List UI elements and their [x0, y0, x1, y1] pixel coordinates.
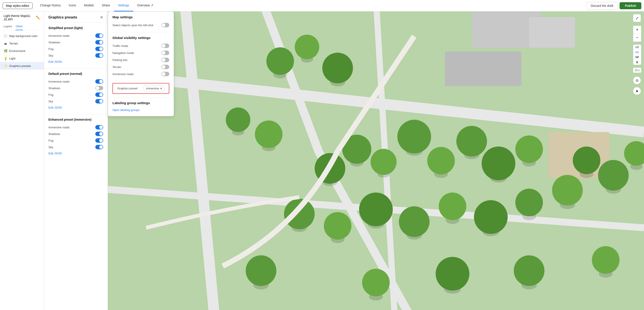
zoom-out-button[interactable]: − [633, 34, 641, 42]
svg-point-18 [482, 147, 515, 180]
svg-point-36 [552, 175, 582, 206]
edit-json-default[interactable]: Edit JSON [48, 104, 62, 110]
row-label: Fog [48, 47, 53, 51]
editor-button[interactable]: Map styles editor [3, 2, 32, 9]
tab-change-history[interactable]: Change history [36, 0, 65, 12]
zoom-in-button[interactable]: + [633, 26, 641, 34]
toggle-parking-lots[interactable] [161, 58, 169, 62]
toggle-shadows-e[interactable] [95, 132, 103, 136]
svg-point-40 [295, 35, 319, 59]
toggle-fog-e[interactable] [95, 138, 103, 143]
select-objects-label: Select objects upon the left-click [112, 24, 154, 27]
layer-l2[interactable]: L2 [633, 45, 641, 50]
sidebar-header: Light theme MapGL JS API ✏️ [0, 12, 44, 21]
sidebar-item-label: Environment [9, 49, 25, 52]
sidebar-item-graphics-presets[interactable]: ✨ Graphics presets [0, 62, 44, 70]
preset-row-shadows-s: Shadows [48, 39, 103, 46]
preset-dropdown[interactable]: immersive ▾ [144, 86, 164, 91]
preset-row-immersive-roads-e: Immersive roads [48, 124, 103, 130]
svg-point-14 [427, 147, 455, 174]
toggle-sky-d[interactable] [95, 99, 103, 104]
toggle-fog-d[interactable] [95, 92, 103, 97]
tab-overview[interactable]: Overview ↗ [133, 0, 157, 12]
row-label: Shadows [48, 41, 60, 44]
sidebar-item-label: Graphics presets [9, 64, 31, 68]
svg-point-44 [226, 108, 250, 132]
toggle-sky-e[interactable] [95, 145, 103, 149]
preset-row-shadows-d: Shadows [48, 85, 103, 91]
sidebar-item-map-background[interactable]: Map background color [0, 32, 44, 40]
toggle-select-objects[interactable] [161, 23, 169, 27]
sidebar-item-environment[interactable]: 🌿 Environment [0, 47, 44, 54]
map-canvas[interactable]: ⤢ + − L2 L1 GF B 19,1 ⊙ ➤ [108, 12, 644, 310]
edit-json-enhanced[interactable]: Edit JSON [48, 150, 62, 156]
toggle-terrain[interactable] [161, 65, 169, 69]
layer-labels: L2 L1 GF B [633, 44, 641, 65]
close-button[interactable]: ✕ [100, 15, 103, 20]
toggle-fog-s[interactable] [95, 47, 103, 51]
toggle-immersive-roads[interactable] [161, 72, 169, 76]
graphics-icon: ✨ [4, 64, 8, 68]
preset-row-immersive-roads-s: Immersive roads [48, 32, 103, 39]
discard-button[interactable]: Discard the draft [586, 2, 618, 10]
row-label: Sky [48, 146, 53, 149]
layer-gf[interactable]: GF [633, 55, 641, 60]
immersive-roads-label: Immersive roads [112, 72, 134, 76]
svg-point-56 [362, 269, 390, 296]
svg-rect-2 [529, 17, 575, 48]
map-settings-popup: Map settings Select objects upon the lef… [108, 12, 174, 116]
svg-point-58 [436, 257, 469, 290]
tab-icons[interactable]: Icons [65, 0, 80, 12]
preset-simplified-title: Simplified preset (light) [48, 26, 103, 30]
tab-settings[interactable]: Settings [114, 0, 133, 12]
toggle-navigation-mode[interactable] [161, 51, 169, 55]
layer-b[interactable]: B [633, 60, 641, 65]
fullscreen-button[interactable]: ⤢ [633, 14, 641, 22]
preset-row-shadows-e: Shadows [48, 130, 103, 137]
navigation-mode-label: Navigation mode [112, 51, 134, 54]
row-label: Immersive roads [48, 80, 70, 83]
tab-models[interactable]: Models [80, 0, 98, 12]
edit-json-simplified[interactable]: Edit JSON [48, 59, 62, 65]
zoom-controls: + − [633, 26, 641, 42]
sidebar-item-light[interactable]: 💡 Light [0, 54, 44, 62]
preset-default: Default preset (normal) Immersive roads … [44, 68, 108, 114]
map-scene [108, 12, 644, 310]
environment-icon: 🌿 [4, 49, 8, 53]
location-button[interactable]: ➤ [633, 87, 641, 95]
layer-l1[interactable]: L1 [633, 50, 641, 55]
preset-row-sky-e: Sky [48, 144, 103, 150]
sidebar-item-terrain[interactable]: ⛰ Terrain [0, 40, 44, 47]
tab-share[interactable]: Share [98, 0, 114, 12]
toggle-traffic-mode[interactable] [161, 44, 169, 48]
toggle-immersive-roads-e[interactable] [95, 125, 103, 130]
publish-button[interactable]: Publish [620, 2, 641, 9]
row-label: Sky [48, 100, 53, 103]
tab-other[interactable]: Other [16, 23, 23, 30]
svg-point-42 [322, 52, 353, 83]
toggle-sky-s[interactable] [95, 53, 103, 58]
open-labeling-link[interactable]: Open labeling groups [112, 108, 140, 112]
toggle-shadows-d[interactable] [95, 86, 103, 90]
map-settings-section: Map settings Select objects upon the lef… [108, 12, 174, 32]
preset-row-immersive-roads-d: Immersive roads [48, 78, 103, 85]
tab-layers[interactable]: Layers [4, 23, 12, 30]
sidebar-items: Map background color ⛰ Terrain 🌿 Environ… [0, 30, 44, 71]
row-label: Shadows [48, 132, 60, 136]
toggle-shadows-s[interactable] [95, 40, 103, 44]
compass-button[interactable]: ⊙ [633, 76, 641, 84]
preset-enhanced-title: Enhanced preset (immersive) [48, 118, 103, 121]
toggle-immersive-roads-d[interactable] [95, 79, 103, 84]
svg-point-60 [514, 256, 544, 286]
dropdown-arrow-icon: ▾ [160, 87, 162, 90]
edit-icon[interactable]: ✏️ [36, 16, 40, 20]
panel-title: Graphics presets [48, 16, 77, 20]
toggle-immersive-roads-s[interactable] [95, 34, 103, 38]
graphics-preset-label: Graphics preset [117, 87, 138, 90]
svg-point-38 [266, 47, 294, 75]
sidebar-tabs: Layers Other [0, 23, 44, 30]
fullscreen-icon: ⤢ [636, 16, 638, 20]
row-label: Shadows [48, 86, 60, 90]
svg-point-32 [474, 200, 508, 234]
select-objects-row: Select objects upon the left-click [112, 22, 169, 28]
